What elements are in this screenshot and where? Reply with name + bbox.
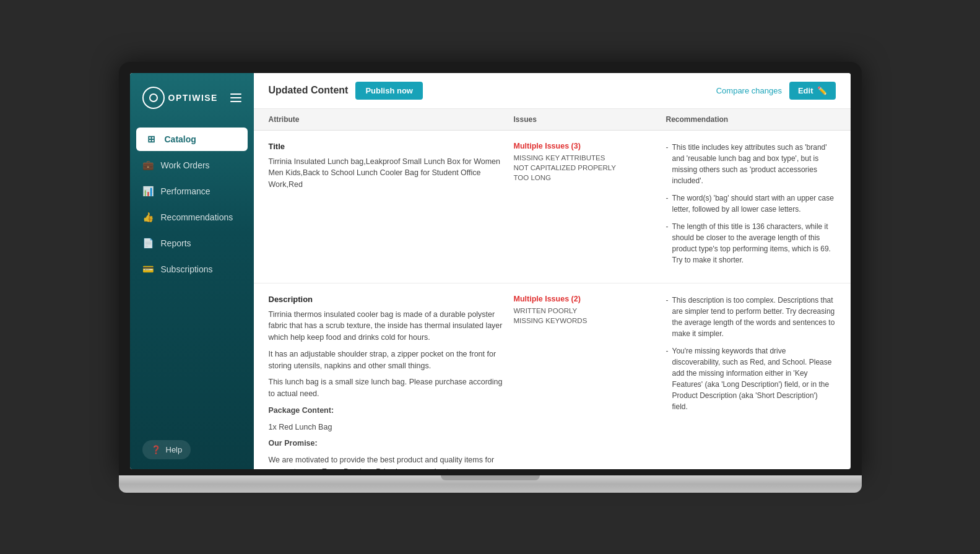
- laptop-base: [119, 475, 862, 493]
- issues-cell: Multiple Issues (2) WRITTEN POORLY MISSI…: [514, 295, 656, 327]
- sidebar-item-label: Performance: [161, 186, 210, 196]
- header-recommendation: Recommendation: [666, 115, 836, 124]
- issues-title: Multiple Issues (3): [514, 142, 656, 150]
- rec-item: The length of this title is 136 characte…: [666, 221, 836, 266]
- laptop-screen: OPTIWISE ⊞ Catalog 💼 Work Orders: [130, 73, 851, 469]
- edit-icon: ✏️: [817, 86, 827, 95]
- compare-changes-link[interactable]: Compare changes: [716, 86, 782, 95]
- help-label: Help: [166, 445, 183, 454]
- menu-icon[interactable]: [230, 93, 241, 102]
- edit-label: Edit: [798, 86, 813, 95]
- updated-content-label: Updated Content: [269, 85, 349, 96]
- sidebar-logo: OPTIWISE: [130, 73, 254, 120]
- sidebar-item-label: Reports: [161, 238, 191, 248]
- edit-button[interactable]: Edit ✏️: [789, 82, 836, 100]
- header-attribute: Attribute: [269, 115, 504, 124]
- sidebar-item-catalog[interactable]: ⊞ Catalog: [136, 128, 248, 151]
- briefcase-icon: 💼: [142, 160, 154, 171]
- sidebar-item-reports[interactable]: 📄 Reports: [130, 230, 254, 256]
- thumb-icon: 👍: [142, 212, 154, 223]
- issue-tag: MISSING KEYWORDS: [514, 317, 656, 324]
- table-row: Description Tirrinia thermos insulated c…: [254, 283, 851, 469]
- file-icon: 📄: [142, 238, 154, 249]
- sidebar-item-recommendations[interactable]: 👍 Recommendations: [130, 204, 254, 230]
- rec-item: You're missing keywords that drive disco…: [666, 345, 836, 412]
- screen-bezel: OPTIWISE ⊞ Catalog 💼 Work Orders: [119, 62, 862, 475]
- logo-text: OPTIWISE: [168, 93, 218, 103]
- top-bar: Updated Content Publish now Compare chan…: [254, 73, 851, 109]
- table-header: Attribute Issues Recommendation: [254, 109, 851, 131]
- issue-tag: TOO LONG: [514, 174, 656, 181]
- logo-circle: [142, 87, 165, 109]
- attr-name: Title: [269, 142, 504, 151]
- sidebar-item-label: Work Orders: [161, 160, 210, 170]
- sidebar: OPTIWISE ⊞ Catalog 💼 Work Orders: [130, 73, 254, 469]
- logo-inner-circle: [149, 93, 158, 102]
- table-row: Title Tirrinia Insulated Lunch bag,Leakp…: [254, 131, 851, 283]
- grid-icon: ⊞: [146, 134, 157, 145]
- recommendation-cell: This title includes key attributes such …: [666, 142, 836, 272]
- card-icon: 💳: [142, 264, 154, 275]
- issue-tag: NOT CAPITALIZED PROPERLY: [514, 164, 656, 171]
- attr-name: Description: [269, 295, 504, 304]
- sidebar-nav: ⊞ Catalog 💼 Work Orders 📊 Performance 👍 …: [130, 120, 254, 430]
- recommendation-cell: This description is too complex. Descrip…: [666, 295, 836, 418]
- attribute-cell: Description Tirrinia thermos insulated c…: [269, 295, 504, 469]
- sidebar-item-label: Catalog: [165, 134, 196, 144]
- sidebar-item-performance[interactable]: 📊 Performance: [130, 178, 254, 204]
- laptop-wrapper: OPTIWISE ⊞ Catalog 💼 Work Orders: [119, 62, 862, 493]
- logo-mark: OPTIWISE: [142, 87, 218, 109]
- sidebar-item-subscriptions[interactable]: 💳 Subscriptions: [130, 256, 254, 282]
- issues-cell: Multiple Issues (3) MISSING KEY ATTRIBUT…: [514, 142, 656, 184]
- attribute-cell: Title Tirrinia Insulated Lunch bag,Leakp…: [269, 142, 504, 191]
- sidebar-bottom: ❓ Help: [130, 430, 254, 469]
- content-table[interactable]: Attribute Issues Recommendation Title Ti…: [254, 109, 851, 469]
- rec-item: The word(s) 'bag' should start with an u…: [666, 193, 836, 215]
- chart-icon: 📊: [142, 186, 154, 197]
- help-button[interactable]: ❓ Help: [142, 440, 191, 459]
- header-issues: Issues: [514, 115, 656, 124]
- issue-tag: MISSING KEY ATTRIBUTES: [514, 154, 656, 162]
- issues-title: Multiple Issues (2): [514, 295, 656, 303]
- sidebar-item-work-orders[interactable]: 💼 Work Orders: [130, 152, 254, 178]
- sidebar-item-label: Recommendations: [161, 212, 233, 222]
- sidebar-item-label: Subscriptions: [161, 264, 213, 274]
- rec-item: This description is too complex. Descrip…: [666, 295, 836, 339]
- attr-value: Tirrinia thermos insulated cooler bag is…: [269, 309, 504, 469]
- main-content: Updated Content Publish now Compare chan…: [254, 73, 851, 469]
- help-icon: ❓: [151, 445, 161, 454]
- attr-value: Tirrinia Insulated Lunch bag,Leakproof S…: [269, 156, 504, 191]
- rec-item: This title includes key attributes such …: [666, 142, 836, 186]
- top-bar-right: Compare changes Edit ✏️: [716, 82, 836, 100]
- issue-tag: WRITTEN POORLY: [514, 307, 656, 314]
- publish-now-button[interactable]: Publish now: [355, 82, 423, 100]
